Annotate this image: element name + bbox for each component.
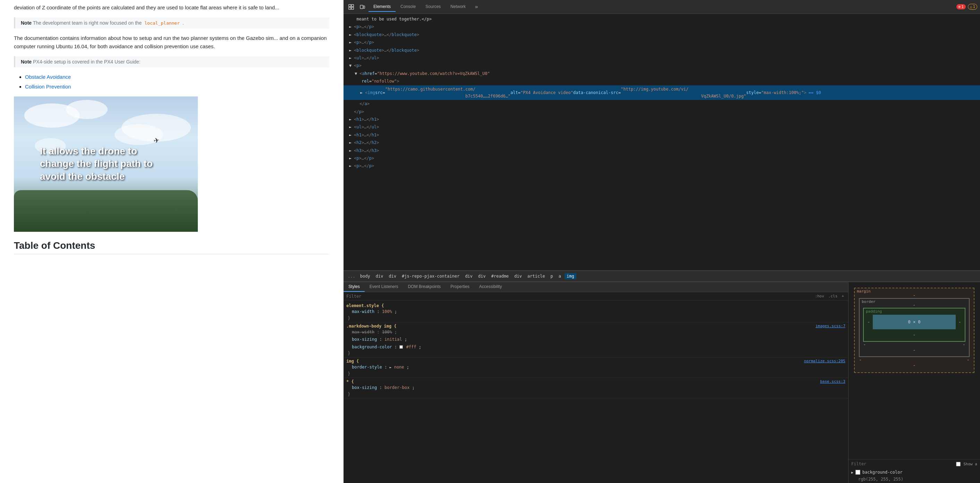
note-block-2: Note PX4-side setup is covered in the PX… — [14, 56, 329, 67]
expand-arrow-h1b[interactable]: ► — [349, 132, 354, 138]
expand-arrow-7[interactable]: ▼ — [355, 70, 360, 77]
css-source-normalize[interactable]: normalize.scss:205 — [804, 359, 845, 364]
html-line-6[interactable]: ▼ <p> — [344, 62, 980, 69]
bg-color-swatch[interactable] — [856, 470, 860, 475]
expand-arrow-img[interactable]: ► — [360, 89, 365, 96]
video-thumbnail[interactable]: ✈ It allows the drone to change the flig… — [14, 97, 198, 232]
tab-event-listeners[interactable]: Event Listeners — [365, 282, 403, 292]
breadcrumb-article[interactable]: article — [525, 273, 547, 279]
border-label: border — [862, 299, 875, 304]
device-toolbar-btn[interactable] — [358, 2, 367, 12]
expand-arrow-3[interactable]: ► — [349, 39, 354, 46]
expand-arrow-h3[interactable]: ► — [349, 147, 354, 154]
content-box[interactable]: 0 × 0 — [873, 315, 955, 329]
expand-arrow-5[interactable]: ► — [349, 54, 354, 61]
breadcrumb-js-pjax[interactable]: #js-repo-pjax-container — [400, 273, 461, 279]
tab-elements[interactable]: Elements — [369, 2, 396, 12]
tab-console[interactable]: Console — [396, 2, 421, 12]
expand-arrow-ul[interactable]: ► — [349, 124, 354, 130]
more-tabs-btn[interactable]: » — [472, 3, 481, 10]
breadcrumb-img[interactable]: img — [565, 273, 576, 279]
html-line-9[interactable]: </a> — [344, 100, 980, 108]
css-prop-box-sizing-2[interactable]: box-sizing : border-box ; — [346, 384, 845, 392]
link-collision-prevention[interactable]: Collision Prevention — [25, 84, 71, 89]
html-line-h1b[interactable]: ► <h1> … </h1> — [344, 131, 980, 139]
html-line-ul[interactable]: ► <ul> … </ul> — [344, 123, 980, 131]
css-prop-border-style[interactable]: border-style : ► none ; — [346, 364, 845, 371]
breadcrumb-bar: ... body div div #js-repo-pjax-container… — [344, 271, 980, 282]
tab-properties[interactable]: Properties — [445, 282, 474, 292]
breadcrumb-readme[interactable]: #readme — [489, 273, 511, 279]
css-rule-header-2: .markdown-body img { images.scss:7 — [346, 324, 845, 329]
styles-filter-input[interactable] — [346, 294, 813, 299]
html-line-2[interactable]: ► <blockquote> … </blockquote> — [344, 31, 980, 38]
bg-expand-arrow[interactable]: ▶ — [851, 470, 853, 474]
html-line-p2[interactable]: ► <p> … </p> — [344, 162, 980, 170]
breadcrumb-div3[interactable]: div — [463, 273, 475, 279]
video-line1: It allows the drone to — [40, 145, 172, 157]
padding-box[interactable]: padding - 0 × 0 - - — [863, 308, 966, 342]
expand-arrow-p2[interactable]: ► — [349, 162, 354, 169]
video-line3: avoid the obstacle — [40, 170, 172, 183]
html-line-4[interactable]: ► <blockquote> … </blockquote> — [344, 46, 980, 54]
elements-tree[interactable]: meant to be used together.</p> ► <p> … <… — [344, 14, 980, 271]
expand-arrow-4[interactable]: ► — [349, 47, 354, 54]
color-swatch-white[interactable] — [399, 345, 403, 349]
html-line-7[interactable]: ▼ < a href="https://www.youtube.com/watc… — [344, 70, 980, 77]
add-style-btn[interactable]: + — [840, 294, 845, 299]
breadcrumb-body[interactable]: body — [358, 273, 372, 279]
expand-arrow-h1a[interactable]: ► — [349, 116, 354, 123]
css-prop-max-width-2[interactable]: max-width : 100% ; — [346, 329, 845, 336]
border-row-top: - — [863, 302, 966, 308]
doc-paragraph-1: The documentation contains information a… — [14, 34, 329, 51]
html-line-p1[interactable]: ► <p> … </p> — [344, 154, 980, 162]
breadcrumb-div4[interactable]: div — [476, 273, 488, 279]
html-line-img[interactable]: ► <img src="https://camo.githubuserconte… — [344, 85, 980, 100]
css-rule-header-4: * { base.scss:3 — [346, 379, 845, 384]
tab-accessibility[interactable]: Accessibility — [474, 282, 507, 292]
list-item-collision: Collision Prevention — [25, 83, 329, 91]
expand-arrow-p1[interactable]: ► — [349, 155, 354, 162]
expand-arrow-6[interactable]: ▼ — [349, 62, 354, 69]
breadcrumb-div2[interactable]: div — [387, 273, 398, 279]
box-filter-input[interactable] — [851, 461, 953, 466]
html-line-3[interactable]: ► <p> … </p> — [344, 38, 980, 46]
html-line-0[interactable]: meant to be used together.</p> — [344, 15, 980, 23]
breadcrumb-a[interactable]: a — [557, 273, 563, 279]
html-line-10[interactable]: </p> — [344, 108, 980, 116]
inspect-icon-btn[interactable] — [346, 2, 356, 12]
css-source-images[interactable]: images.scss:7 — [816, 324, 845, 329]
svg-rect-4 — [360, 5, 363, 9]
html-line-5[interactable]: ► <ul> … </ul> — [344, 54, 980, 62]
html-line-1[interactable]: ► <p> … </p> — [344, 23, 980, 30]
note-text-1b: . — [183, 20, 184, 26]
doc-top-text: deviation of Z coordinate of the points … — [14, 3, 329, 12]
cls-filter-btn[interactable]: .cls — [827, 294, 839, 299]
tab-sources[interactable]: Sources — [421, 2, 445, 12]
css-prop-bg-color[interactable]: background-color : #fff ; — [346, 343, 845, 351]
tab-dom-breakpoints[interactable]: DOM Breakpoints — [403, 282, 445, 292]
expand-arrow-1[interactable]: ► — [349, 23, 354, 30]
breadcrumb-div1[interactable]: div — [374, 273, 385, 279]
expand-arrow-2[interactable]: ► — [349, 31, 354, 38]
css-prop-box-sizing[interactable]: box-sizing : initial ; — [346, 336, 845, 343]
html-line-h1a[interactable]: ► <h1> … </h1> — [344, 116, 980, 123]
css-rule-close-3: } — [346, 371, 845, 376]
css-source-base[interactable]: base.scss:3 — [820, 379, 845, 384]
margin-box[interactable]: margin - border - — [854, 288, 974, 373]
html-line-h3[interactable]: ► <h3> … </h3> — [344, 147, 980, 154]
link-obstacle-avoidance[interactable]: Obstacle Avoidance — [25, 74, 71, 80]
expand-arrow-h2[interactable]: ► — [349, 139, 354, 146]
hov-filter-btn[interactable]: :hov — [813, 294, 826, 299]
html-line-h2[interactable]: ► <h2> … </h2> — [344, 139, 980, 146]
tab-styles[interactable]: Styles — [344, 282, 365, 292]
breadcrumb-p[interactable]: p — [548, 273, 555, 279]
show-all-checkbox[interactable] — [956, 462, 961, 466]
css-prop-max-width[interactable]: max-width : 100% ; — [346, 308, 845, 316]
tab-network[interactable]: Network — [445, 2, 471, 12]
border-box[interactable]: border - padding - — [859, 298, 970, 357]
breadcrumb-div5[interactable]: div — [512, 273, 524, 279]
html-line-8[interactable]: rel="nofollow" > — [344, 77, 980, 85]
breadcrumb-ellipsis[interactable]: ... — [346, 273, 357, 279]
devtools-bottom: Styles Event Listeners DOM Breakpoints P… — [344, 282, 980, 483]
